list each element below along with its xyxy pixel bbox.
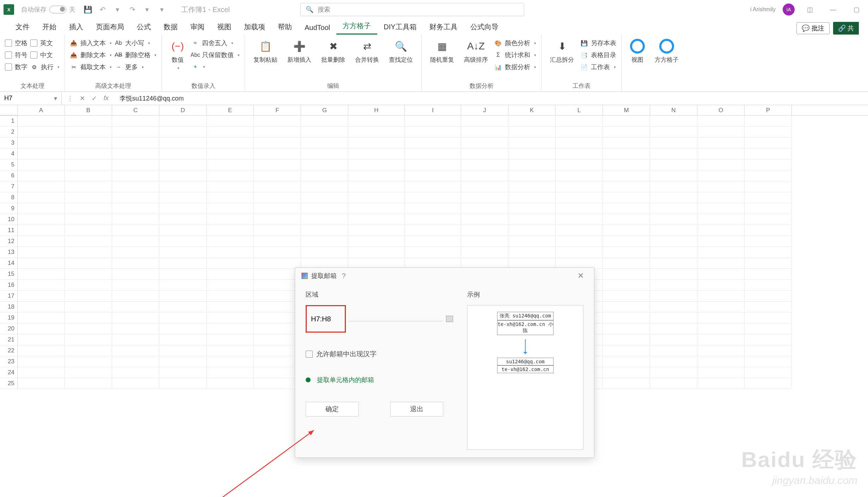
cell[interactable] [745, 225, 792, 236]
cell[interactable] [461, 159, 508, 170]
cell[interactable] [461, 127, 508, 138]
cell[interactable] [207, 302, 254, 313]
cell[interactable] [461, 192, 508, 203]
cell[interactable] [254, 313, 301, 323]
row-header[interactable]: 1 [0, 116, 18, 127]
cell[interactable] [348, 116, 405, 127]
cell[interactable] [254, 334, 301, 345]
cell[interactable] [112, 127, 159, 138]
cell[interactable] [65, 214, 112, 225]
cell[interactable] [650, 345, 697, 356]
btn-round[interactable]: ≈四舍五入▾ [191, 39, 240, 47]
range-input[interactable] [349, 317, 443, 321]
cell[interactable] [207, 291, 254, 302]
cell[interactable] [650, 225, 697, 236]
cell[interactable] [18, 345, 65, 356]
cell[interactable] [603, 345, 650, 356]
cell[interactable] [65, 225, 112, 236]
cell[interactable] [697, 356, 745, 367]
share-button[interactable]: 🔗 共 [833, 22, 859, 35]
btn-number-plus[interactable]: ＋▾ [191, 63, 240, 71]
maximize-icon[interactable]: ▢ [848, 4, 864, 15]
row-header[interactable]: 18 [0, 302, 18, 313]
cell[interactable] [650, 127, 697, 138]
cell[interactable] [65, 258, 112, 269]
cell[interactable] [697, 181, 745, 192]
cell[interactable] [405, 225, 461, 236]
cell[interactable] [348, 192, 405, 203]
cell[interactable] [603, 280, 650, 291]
cell[interactable] [556, 138, 603, 149]
cell[interactable] [650, 302, 697, 313]
btn-cut-text[interactable]: ✂截取文本▾ [70, 63, 112, 71]
cell[interactable] [65, 302, 112, 313]
tab-view[interactable]: 视图 [211, 19, 238, 35]
cell[interactable] [65, 149, 112, 159]
cell[interactable] [18, 203, 65, 214]
cell[interactable] [603, 225, 650, 236]
cell[interactable] [207, 127, 254, 138]
cell[interactable] [697, 192, 745, 203]
cell[interactable] [254, 236, 301, 247]
cell[interactable] [159, 170, 207, 181]
cell[interactable] [112, 214, 159, 225]
cell[interactable] [18, 258, 65, 269]
tab-pagelayout[interactable]: 页面布局 [90, 19, 130, 35]
row-header[interactable]: 17 [0, 291, 18, 302]
cell[interactable] [18, 269, 65, 280]
cell[interactable] [603, 313, 650, 323]
cell[interactable] [697, 269, 745, 280]
cancel-icon[interactable]: ✕ [77, 95, 87, 102]
row-header[interactable]: 10 [0, 214, 18, 225]
redo-icon[interactable]: ↷ [127, 4, 137, 15]
cell[interactable] [254, 116, 301, 127]
btn-sum[interactable]: Σ统计求和▾ [494, 51, 536, 59]
cell[interactable] [405, 181, 461, 192]
row-header[interactable]: 6 [0, 170, 18, 181]
row-header[interactable]: 22 [0, 345, 18, 356]
cell[interactable] [508, 181, 556, 192]
tab-data[interactable]: 数据 [157, 19, 184, 35]
cell[interactable] [65, 356, 112, 367]
save-icon[interactable]: 💾 [82, 4, 93, 15]
cell[interactable] [603, 127, 650, 138]
cell[interactable] [207, 203, 254, 214]
btn-mergeconv[interactable]: ⇄合并转换 [352, 37, 383, 80]
cell[interactable] [301, 192, 348, 203]
minimize-icon[interactable]: — [825, 4, 841, 15]
cell[interactable] [697, 170, 745, 181]
cell[interactable] [405, 149, 461, 159]
cell[interactable] [112, 149, 159, 159]
cell[interactable] [508, 203, 556, 214]
cell[interactable] [508, 170, 556, 181]
cell[interactable] [603, 378, 650, 389]
cell[interactable] [745, 258, 792, 269]
cell[interactable] [18, 247, 65, 258]
cell[interactable] [603, 116, 650, 127]
btn-advsort[interactable]: A↓Z高级排序 [460, 37, 491, 80]
cell[interactable] [65, 323, 112, 334]
cell[interactable] [159, 334, 207, 345]
cell[interactable] [112, 116, 159, 127]
row-header[interactable]: 19 [0, 313, 18, 323]
cell[interactable] [112, 269, 159, 280]
cell[interactable] [348, 225, 405, 236]
cell[interactable] [112, 313, 159, 323]
btn-delspace[interactable]: AB删除空格▾ [115, 51, 157, 59]
cell[interactable] [301, 181, 348, 192]
cell[interactable] [650, 192, 697, 203]
cell[interactable] [254, 345, 301, 356]
cell[interactable] [405, 127, 461, 138]
cell[interactable] [405, 138, 461, 149]
cell[interactable] [254, 138, 301, 149]
row-header[interactable]: 4 [0, 149, 18, 159]
cell[interactable] [207, 334, 254, 345]
cell[interactable] [112, 356, 159, 367]
cell[interactable] [159, 291, 207, 302]
avatar[interactable]: IA [783, 4, 795, 16]
cell[interactable] [603, 159, 650, 170]
cell[interactable] [348, 247, 405, 258]
btn-findpos[interactable]: 🔍查找定位 [385, 37, 416, 80]
cell[interactable] [650, 269, 697, 280]
cell[interactable] [301, 236, 348, 247]
